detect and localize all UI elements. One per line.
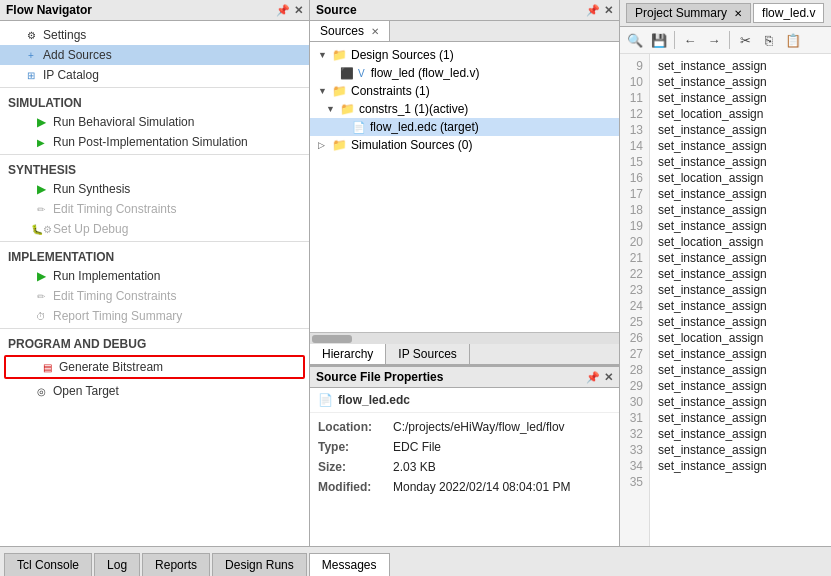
properties-title: Source File Properties (316, 370, 443, 384)
code-panel-header: Project Summary ✕ flow_led.v (620, 0, 831, 27)
nav-item-generate-bitstream[interactable]: Generate Bitstream (4, 355, 305, 379)
bottom-tab-log[interactable]: Log (94, 553, 140, 576)
toolbar-back-btn[interactable]: ← (679, 29, 701, 51)
code-line-25: set_instance_assign (658, 314, 767, 330)
toolbar-cut-btn[interactable]: ✂ (734, 29, 756, 51)
props-size-label: Size: (318, 460, 393, 474)
generate-bitstream-label: Generate Bitstream (59, 360, 163, 374)
nav-item-settings[interactable]: Settings (0, 25, 309, 45)
nav-item-ip-catalog[interactable]: ⊞ IP Catalog (0, 65, 309, 85)
bottom-tab-tcl-console[interactable]: Tcl Console (4, 553, 92, 576)
props-file-name-label: flow_led.edc (338, 393, 410, 407)
code-content[interactable]: 9101112131415161718192021222324252627282… (620, 54, 831, 546)
project-summary-tab-close[interactable]: ✕ (734, 8, 742, 19)
nav-item-run-implementation[interactable]: Run Implementation (0, 266, 309, 286)
run-post-impl-sim-label: Run Post-Implementation Simulation (53, 135, 248, 149)
code-toolbar: 🔍 💾 ← → ✂ ⎘ 📋 (620, 27, 831, 54)
design-sources-label: Design Sources (1) (351, 48, 454, 62)
nav-item-run-behavioral-sim[interactable]: Run Behavioral Simulation (0, 112, 309, 132)
code-tabs: Project Summary ✕ flow_led.v (626, 3, 824, 23)
target-icon (34, 384, 48, 398)
props-type-value: EDC File (393, 440, 611, 454)
source-horizontal-scrollbar[interactable] (310, 332, 619, 344)
props-modified-label: Modified: (318, 480, 393, 494)
line-number-10: 10 (624, 74, 643, 90)
tab-ip-sources[interactable]: IP Sources (386, 344, 469, 364)
section-program-debug: PROGRAM AND DEBUG (0, 333, 309, 353)
flow-led-file-label: flow_led (flow_led.v) (371, 66, 480, 80)
nav-add-sources-label: Add Sources (43, 48, 112, 62)
tree-item-design-sources[interactable]: ▼ 📁 Design Sources (1) (310, 46, 619, 64)
code-tab-project-summary[interactable]: Project Summary ✕ (626, 3, 751, 23)
nav-item-run-synthesis[interactable]: Run Synthesis (0, 179, 309, 199)
tree-item-constrs1[interactable]: ▼ 📁 constrs_1 (1)(active) (310, 100, 619, 118)
section-implementation-label: IMPLEMENTATION (8, 250, 114, 264)
bottom-tab-messages[interactable]: Messages (309, 553, 390, 576)
nav-item-open-target[interactable]: Open Target (0, 381, 309, 401)
toolbar-search-btn[interactable]: 🔍 (624, 29, 646, 51)
tab-sources[interactable]: Sources ✕ (310, 21, 390, 41)
code-line-31: set_instance_assign (658, 410, 767, 426)
line-number-21: 21 (624, 250, 643, 266)
tree-item-simulation-sources[interactable]: ▷ 📁 Simulation Sources (0) (310, 136, 619, 154)
code-line-10: set_instance_assign (658, 74, 767, 90)
line-number-35: 35 (624, 474, 643, 490)
code-line-23: set_instance_assign (658, 282, 767, 298)
pin-icon[interactable]: 📌 (276, 4, 290, 17)
code-line-9: set_instance_assign (658, 58, 767, 74)
main-area: Flow Navigator 📌 ✕ Settings + Add Source… (0, 0, 831, 546)
code-line-15: set_instance_assign (658, 154, 767, 170)
bottom-tab-reports[interactable]: Reports (142, 553, 210, 576)
constrs1-label: constrs_1 (1)(active) (359, 102, 468, 116)
source-close-icon[interactable]: ✕ (604, 4, 613, 17)
toolbar-copy-btn[interactable]: ⎘ (758, 29, 780, 51)
tab-hierarchy[interactable]: Hierarchy (310, 344, 386, 364)
tab-sources-close[interactable]: ✕ (371, 26, 379, 37)
code-line-34: set_instance_assign (658, 458, 767, 474)
toolbar-forward-btn[interactable]: → (703, 29, 725, 51)
props-table: Location: C:/projects/eHiWay/flow_led/fl… (310, 413, 619, 501)
close-icon[interactable]: ✕ (294, 4, 303, 17)
expand-constraints: ▼ (318, 86, 328, 96)
nav-item-edit-timing-synth[interactable]: ✏ Edit Timing Constraints (0, 199, 309, 219)
nav-item-set-up-debug[interactable]: ⚙ Set Up Debug (0, 219, 309, 239)
nav-item-run-post-impl-sim[interactable]: ▶ Run Post-Implementation Simulation (0, 132, 309, 152)
section-synthesis: SYNTHESIS (0, 159, 309, 179)
toolbar-save-btn[interactable]: 💾 (648, 29, 670, 51)
section-program-debug-label: PROGRAM AND DEBUG (8, 337, 146, 351)
play-post-impl-icon: ▶ (34, 135, 48, 149)
line-number-9: 9 (624, 58, 643, 74)
edit-timing-synth-label: Edit Timing Constraints (53, 202, 176, 216)
line-number-27: 27 (624, 346, 643, 362)
nav-item-add-sources[interactable]: + Add Sources (0, 45, 309, 65)
line-number-32: 32 (624, 426, 643, 442)
props-type-label: Type: (318, 440, 393, 454)
line-number-31: 31 (624, 410, 643, 426)
code-tab-flow-led[interactable]: flow_led.v (753, 3, 824, 23)
line-number-11: 11 (624, 90, 643, 106)
tree-item-flow-led[interactable]: ⬛ V flow_led (flow_led.v) (310, 64, 619, 82)
toolbar-sep-1 (674, 31, 675, 49)
props-close-icon[interactable]: ✕ (604, 371, 613, 384)
separator-2 (0, 154, 309, 155)
flow-navigator: Flow Navigator 📌 ✕ Settings + Add Source… (0, 0, 310, 546)
code-line-16: set_location_assign (658, 170, 767, 186)
line-number-30: 30 (624, 394, 643, 410)
code-lines: set_instance_assignset_instance_assignse… (650, 54, 775, 546)
line-number-17: 17 (624, 186, 643, 202)
section-simulation-label: SIMULATION (8, 96, 82, 110)
header-icons: 📌 ✕ (276, 4, 303, 17)
run-behavioral-sim-label: Run Behavioral Simulation (53, 115, 194, 129)
run-implementation-label: Run Implementation (53, 269, 160, 283)
bottom-tab-design-runs[interactable]: Design Runs (212, 553, 307, 576)
nav-item-edit-timing-impl[interactable]: ✏ Edit Timing Constraints (0, 286, 309, 306)
tree-item-constraints[interactable]: ▼ 📁 Constraints (1) (310, 82, 619, 100)
source-pin-icon[interactable]: 📌 (586, 4, 600, 17)
nav-item-report-timing[interactable]: ⏱ Report Timing Summary (0, 306, 309, 326)
code-line-14: set_instance_assign (658, 138, 767, 154)
props-pin-icon[interactable]: 📌 (586, 371, 600, 384)
line-number-22: 22 (624, 266, 643, 282)
toolbar-paste-btn[interactable]: 📋 (782, 29, 804, 51)
tree-item-flow-led-edc[interactable]: 📄 flow_led.edc (target) (310, 118, 619, 136)
code-line-20: set_location_assign (658, 234, 767, 250)
